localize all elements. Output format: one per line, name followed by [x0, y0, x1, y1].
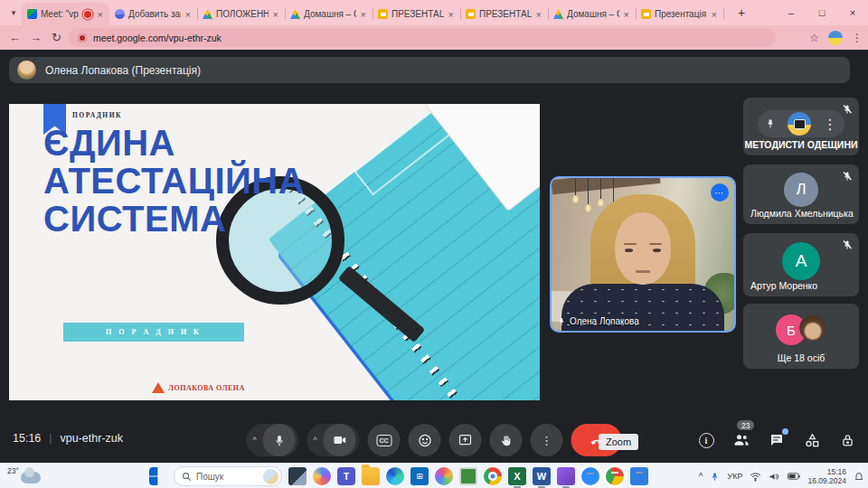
- participant-name: Ще 18 осіб: [743, 352, 859, 363]
- avatar: Л: [784, 173, 818, 207]
- edge-icon[interactable]: [386, 467, 404, 485]
- back-button[interactable]: ←: [5, 28, 24, 47]
- main-video-tile[interactable]: Олена Лопакова ⋯: [550, 176, 736, 333]
- window-minimize-button[interactable]: –: [776, 0, 807, 25]
- microsoft-store-icon[interactable]: ⊞: [410, 467, 429, 485]
- bookmark-star-icon[interactable]: ☆: [809, 32, 819, 44]
- tray-mic-icon[interactable]: [710, 472, 720, 482]
- taskbar-search[interactable]: Пошук: [174, 466, 282, 486]
- more-options-button[interactable]: ⋮: [531, 424, 563, 456]
- reload-button[interactable]: ↻: [47, 28, 66, 47]
- clock-widget[interactable]: 15:16 16.09.2024: [807, 467, 846, 485]
- profile-avatar[interactable]: [828, 31, 843, 45]
- mic-options-chevron[interactable]: ^: [247, 436, 263, 445]
- photos-icon[interactable]: [435, 467, 453, 485]
- copilot-icon[interactable]: [313, 467, 331, 485]
- search-icon: [182, 472, 192, 482]
- tab-search-chevron-icon[interactable]: ▾: [5, 5, 22, 21]
- tab-title: Meet: "vpu-e: [41, 9, 79, 19]
- participant-tile-liudmyla[interactable]: Л Людмила Хмельницька: [743, 164, 859, 224]
- tab-close-button[interactable]: ×: [623, 9, 630, 20]
- avatar-photo: [799, 314, 826, 342]
- excel-icon[interactable]: X: [508, 467, 526, 485]
- raise-hand-button[interactable]: [490, 424, 523, 456]
- mic-control[interactable]: ^: [247, 424, 299, 456]
- windows-taskbar: 23° Пошук T ⊞ X W: [0, 463, 868, 488]
- pin-icon[interactable]: [765, 118, 776, 129]
- office-app-icon[interactable]: [557, 467, 575, 485]
- tab-close-button[interactable]: ×: [272, 9, 279, 20]
- tab-drive-2[interactable]: Домашня – Goo ×: [285, 3, 373, 25]
- tab-close-button[interactable]: ×: [97, 9, 104, 20]
- keyboard-language[interactable]: УКР: [727, 472, 742, 481]
- notification-bell-icon[interactable]: [854, 471, 864, 482]
- pin-icon: [557, 317, 566, 326]
- tab-slides-1[interactable]: ПРЕЗЕНТАЦІЯ Н ×: [373, 3, 460, 25]
- camera-button[interactable]: [324, 424, 356, 456]
- host-controls-button[interactable]: [837, 430, 857, 450]
- camera-control[interactable]: ^: [307, 424, 360, 456]
- participant-tile-artur[interactable]: А Артур Моренко: [743, 233, 859, 296]
- url-text[interactable]: meet.google.com/vpu-ethr-zuk: [93, 33, 222, 43]
- browser-menu-icon[interactable]: ⋮: [852, 32, 863, 44]
- tab-meet[interactable]: Meet: "vpu-e ×: [22, 3, 109, 25]
- tab-slides-3[interactable]: Презентація бе ×: [636, 3, 723, 25]
- presentation-title: Олена Лопакова (Презентація): [45, 64, 201, 77]
- presenter-avatar: [17, 61, 36, 80]
- tab-close-button[interactable]: ×: [711, 9, 718, 20]
- zoom-app-icon[interactable]: [581, 467, 599, 485]
- chat-button[interactable]: [767, 430, 787, 450]
- volume-icon[interactable]: [769, 472, 780, 482]
- camera-options-chevron[interactable]: ^: [307, 436, 324, 445]
- chrome-active-icon[interactable]: [606, 467, 624, 485]
- address-bar[interactable]: meet.google.com/vpu-ethr-zuk: [69, 28, 776, 47]
- captions-button[interactable]: CC: [368, 424, 401, 456]
- google-meet-icon: [27, 9, 37, 19]
- tab-docs[interactable]: Добавить загол ×: [109, 3, 197, 25]
- forward-button[interactable]: →: [26, 28, 45, 47]
- window-maximize-button[interactable]: □: [807, 0, 837, 25]
- tab-close-button[interactable]: ×: [360, 9, 367, 20]
- tab-title: Презентація бе: [655, 9, 707, 19]
- weather-widget[interactable]: 23°: [7, 466, 41, 483]
- tab-close-button[interactable]: ×: [535, 9, 542, 20]
- start-button[interactable]: [149, 467, 167, 485]
- tab-title: Домашня – Goo: [567, 9, 619, 19]
- media-player-icon[interactable]: [459, 467, 477, 485]
- meeting-details-button[interactable]: i: [696, 430, 716, 450]
- people-button[interactable]: 23: [731, 430, 751, 450]
- tab-close-button[interactable]: ×: [184, 9, 192, 20]
- tray-chevron-icon[interactable]: ^: [699, 472, 703, 482]
- file-explorer-icon[interactable]: [362, 467, 380, 485]
- browser-toolbar: ← → ↻ meet.google.com/vpu-ethr-zuk ☆ ⋮: [0, 25, 868, 50]
- tile-more-options-icon[interactable]: ⋮: [823, 116, 837, 133]
- tab-close-button[interactable]: ×: [448, 9, 455, 20]
- word-icon[interactable]: W: [533, 467, 551, 485]
- teams-icon[interactable]: T: [337, 467, 355, 485]
- people-count-badge: 23: [737, 420, 754, 430]
- shared-presentation-slide[interactable]: ПОРАДНИК ЄДИНА АТЕСТАЦІЙНА СИСТЕМА П О Р…: [9, 104, 540, 400]
- mic-button[interactable]: [263, 424, 296, 456]
- new-tab-button[interactable]: +: [732, 4, 750, 22]
- present-screen-button[interactable]: [449, 424, 482, 456]
- google-drive-icon: [203, 9, 212, 19]
- tab-drive-1[interactable]: ПОЛОЖЕННЯ - п ×: [197, 3, 285, 25]
- task-view-icon[interactable]: [288, 467, 307, 485]
- participant-tile-overflow[interactable]: Б Ще 18 осіб: [743, 304, 859, 369]
- participant-tile-metodysty[interactable]: ⋮ МЕТОДИСТИ ОДЕЩИНИ: [743, 98, 859, 155]
- reactions-button[interactable]: [409, 424, 441, 456]
- tile-options-button[interactable]: ⋯: [711, 183, 729, 202]
- tab-drive-3[interactable]: Домашня – Goo ×: [548, 3, 636, 25]
- google-slides-icon: [641, 9, 651, 19]
- ukraine-flag-avatar[interactable]: [788, 112, 811, 136]
- taskbar-icons: Пошук T ⊞ X W: [149, 466, 648, 486]
- battery-icon[interactable]: [788, 472, 800, 481]
- window-close-button[interactable]: ×: [837, 0, 868, 25]
- browser-tab-strip: ▾ Meet: "vpu-e × Добавить загол × ПОЛОЖЕ…: [0, 0, 868, 25]
- tab-slides-2[interactable]: ПРЕЗЕНТАЦІЯ Н ×: [460, 3, 548, 25]
- chrome-icon[interactable]: [484, 467, 502, 485]
- activities-button[interactable]: [802, 430, 822, 450]
- photos-app-icon[interactable]: [630, 467, 648, 485]
- wifi-icon[interactable]: [750, 472, 761, 482]
- tile-hover-controls: ⋮: [758, 110, 844, 137]
